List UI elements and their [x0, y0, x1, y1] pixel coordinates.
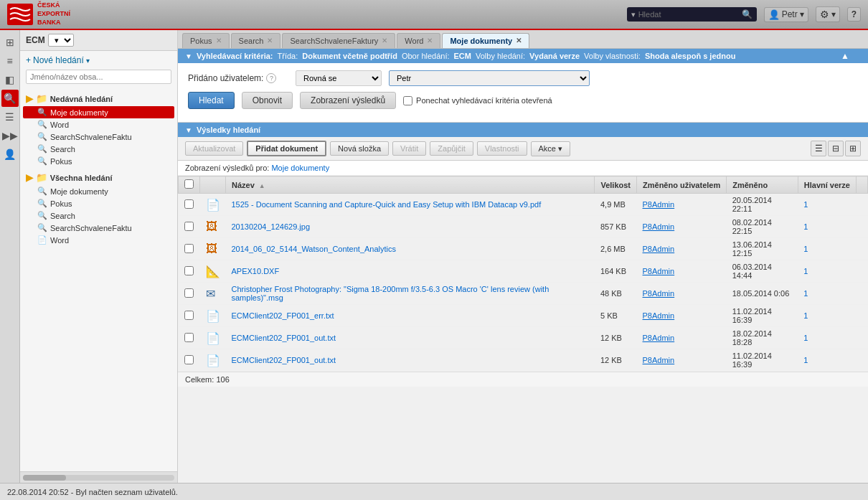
col-changed[interactable]: Změněno — [727, 176, 798, 194]
results-toggle[interactable]: ▼ — [185, 126, 192, 134]
tab-pokus[interactable]: Pokus ✕ — [182, 33, 230, 48]
file-link-6[interactable]: ECMClient202_FP001_out.txt — [232, 334, 336, 342]
sidebar-icon-search[interactable]: 🔍 — [1, 90, 19, 107]
all-item-moje[interactable]: 🔍 Moje dokumenty — [23, 185, 174, 197]
operator-select[interactable]: Rovná seObsahujeZačíná na — [296, 70, 382, 86]
row-checkbox-2[interactable] — [179, 238, 200, 260]
properties-button[interactable]: Vlastnosti — [477, 141, 527, 156]
subtitle-link[interactable]: Moje dokumenty — [271, 164, 329, 172]
col-name[interactable]: Název ▲ — [226, 176, 595, 194]
user-link-2[interactable]: P8Admin — [643, 245, 675, 253]
help-button[interactable]: ? — [847, 7, 861, 22]
row-checkbox-4[interactable] — [179, 283, 200, 305]
new-folder-button[interactable]: Nová složka — [330, 141, 389, 156]
loan-button[interactable]: Zapůjčit — [430, 141, 473, 156]
sidebar-icon-forward[interactable]: ▶▶ — [1, 127, 19, 144]
sidebar-icon-layers[interactable]: ◧ — [1, 71, 19, 88]
global-search-input[interactable] — [638, 10, 739, 19]
version-link-1[interactable]: 1 — [803, 222, 808, 231]
return-button[interactable]: Vrátit — [392, 141, 426, 156]
update-button[interactable]: Aktualizovat — [185, 141, 243, 156]
view-detail-icon[interactable]: ⊟ — [828, 141, 844, 156]
user-button[interactable]: 👤 Petr ▾ — [764, 7, 808, 22]
tab-word[interactable]: Word ✕ — [397, 33, 440, 48]
horizontal-scrollbar[interactable] — [23, 475, 174, 481]
user-link-4[interactable]: P8Admin — [643, 289, 675, 298]
criteria-toggle[interactable]: ▼ — [185, 52, 192, 60]
file-link-5[interactable]: ECMClient202_FP001_err.txt — [232, 311, 334, 320]
version-link-3[interactable]: 1 — [803, 267, 808, 275]
user-select[interactable]: PetrP8AdminVšichni — [389, 70, 590, 86]
file-link-2[interactable]: 2014_06_02_5144_Watson_Content_Analytics — [232, 245, 397, 253]
user-link-7[interactable]: P8Admin — [643, 356, 675, 364]
version-link-6[interactable]: 1 — [803, 334, 808, 342]
ecm-dropdown[interactable]: ▾ — [48, 34, 74, 47]
sidebar-icon-home[interactable]: ⊞ — [1, 34, 19, 51]
keep-open-checkbox[interactable] — [403, 96, 412, 105]
user-link-6[interactable]: P8Admin — [643, 334, 675, 342]
version-link-2[interactable]: 1 — [803, 245, 808, 253]
all-search-icon-4: 📄 — [37, 235, 47, 245]
sidebar-icon-user[interactable]: 👤 — [1, 146, 19, 163]
all-searches-header[interactable]: ▶ 📁 Všechna hledání — [23, 170, 174, 185]
all-item-pokus[interactable]: 🔍 Pokus — [23, 197, 174, 209]
sidebar-icon-list[interactable]: ☰ — [1, 108, 19, 126]
global-search-bar: ▾ 🔍 — [627, 7, 757, 22]
show-results-button[interactable]: Zobrazení výsledků — [300, 92, 396, 109]
col-size[interactable]: Velikost — [595, 176, 637, 194]
file-link-1[interactable]: 20130204_124629.jpg — [232, 222, 311, 231]
search-submit-icon[interactable]: 🔍 — [742, 9, 753, 19]
tab-close-pokus[interactable]: ✕ — [216, 37, 222, 44]
user-link-0[interactable]: P8Admin — [643, 200, 675, 209]
recent-searches-header[interactable]: ▶ 📁 Nedávná hledání — [23, 91, 174, 106]
all-item-word[interactable]: 📄 Word — [23, 234, 174, 246]
settings-button[interactable]: ⚙ ▾ — [816, 6, 840, 22]
user-link-3[interactable]: P8Admin — [643, 267, 675, 275]
version-link-5[interactable]: 1 — [803, 311, 808, 320]
recent-item-search-schvalene[interactable]: 🔍 SearchSchvaleneFaktu — [23, 131, 174, 143]
file-link-7[interactable]: ECMClient202_FP001_out.txt — [232, 356, 336, 364]
recent-item-moje[interactable]: 🔍 Moje dokumenty — [23, 106, 174, 118]
row-checkbox-3[interactable] — [179, 260, 200, 283]
tab-close-search[interactable]: ✕ — [267, 37, 273, 44]
actions-button[interactable]: Akce ▾ — [531, 141, 570, 156]
row-checkbox-1[interactable] — [179, 216, 200, 238]
user-link-1[interactable]: P8Admin — [643, 222, 675, 231]
left-panel-search-input[interactable] — [26, 70, 171, 84]
tab-close-word[interactable]: ✕ — [427, 37, 433, 44]
row-checkbox-6[interactable] — [179, 327, 200, 349]
tab-close-searchschvalene[interactable]: ✕ — [382, 37, 387, 44]
search-button[interactable]: Hledat — [188, 92, 235, 109]
file-link-0[interactable]: 1525 - Document Scanning and Capture-Qui… — [232, 200, 542, 209]
row-size-5: 5 KB — [595, 305, 637, 327]
new-search-button[interactable]: + Nové hledání ▾ — [26, 55, 171, 65]
add-document-button[interactable]: Přidat dokument — [247, 141, 326, 156]
version-link-4[interactable]: 1 — [803, 289, 808, 298]
all-item-search[interactable]: 🔍 Search — [23, 209, 174, 222]
row-checkbox-0[interactable] — [179, 194, 200, 216]
tab-moje[interactable]: Moje dokumenty ✕ — [442, 33, 529, 48]
row-checkbox-5[interactable] — [179, 305, 200, 327]
user-link-5[interactable]: P8Admin — [643, 311, 675, 320]
tab-close-moje[interactable]: ✕ — [516, 37, 522, 44]
recent-item-search[interactable]: 🔍 Search — [23, 143, 174, 155]
tab-searchschvalene[interactable]: SearchSchvaleneFaktury ✕ — [282, 33, 395, 48]
sidebar-icon-stack[interactable]: ≡ — [1, 52, 19, 70]
col-version[interactable]: Hlavní verze — [798, 176, 856, 194]
criteria-collapse-icon[interactable]: ▲ — [841, 51, 849, 61]
recent-item-pokus[interactable]: 🔍 Pokus — [23, 155, 174, 167]
version-link-7[interactable]: 1 — [803, 356, 808, 364]
reset-button[interactable]: Obnovit — [242, 92, 293, 109]
file-link-3[interactable]: APEX10.DXF — [232, 267, 280, 275]
select-all-checkbox[interactable] — [184, 179, 194, 189]
all-item-search-schvalene[interactable]: 🔍 SearchSchvaleneFaktu — [23, 222, 174, 234]
view-grid-icon[interactable]: ⊞ — [845, 141, 861, 156]
row-checkbox-7[interactable] — [179, 349, 200, 372]
help-icon-user[interactable]: ? — [266, 73, 276, 83]
tab-search[interactable]: Search ✕ — [231, 33, 281, 48]
file-link-4[interactable]: Christopher Frost Photography: "Sigma 18… — [232, 285, 549, 302]
view-list-icon[interactable]: ☰ — [811, 141, 826, 156]
version-link-0[interactable]: 1 — [803, 200, 808, 209]
recent-item-word[interactable]: 🔍 Word — [23, 118, 174, 131]
col-changed-by[interactable]: Změněno uživatelem — [637, 176, 727, 194]
